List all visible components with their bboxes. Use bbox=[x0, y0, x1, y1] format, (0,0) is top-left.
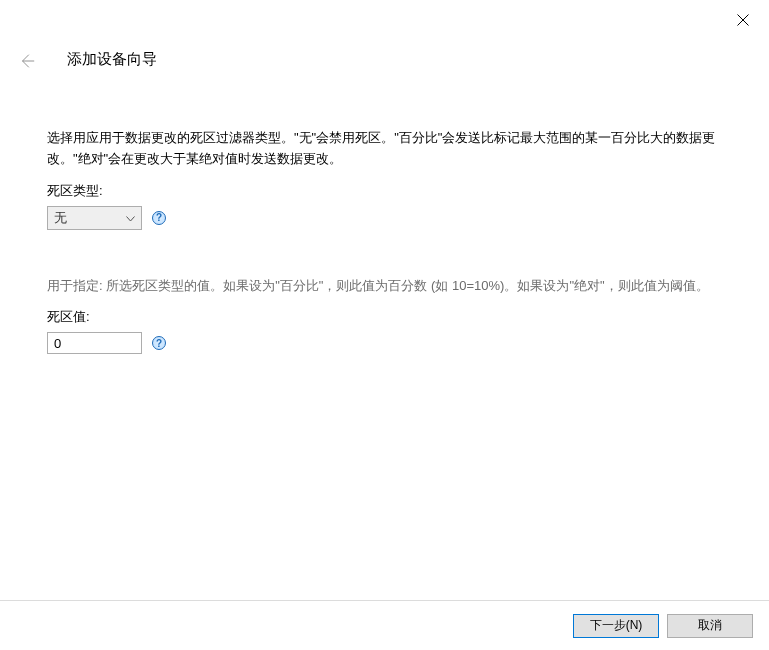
close-icon bbox=[737, 14, 749, 26]
next-button[interactable]: 下一步(N) bbox=[573, 614, 659, 638]
deadband-description: 选择用应用于数据更改的死区过滤器类型。"无"会禁用死区。"百分比"会发送比标记最… bbox=[47, 128, 722, 170]
cancel-button[interactable]: 取消 bbox=[667, 614, 753, 638]
wizard-footer: 下一步(N) 取消 bbox=[0, 600, 769, 650]
back-button[interactable] bbox=[18, 52, 36, 70]
deadband-type-label: 死区类型: bbox=[47, 182, 722, 200]
arrow-left-icon bbox=[18, 52, 36, 70]
close-button[interactable] bbox=[735, 12, 751, 28]
deadband-value-input[interactable] bbox=[47, 332, 142, 354]
wizard-title: 添加设备向导 bbox=[67, 50, 157, 69]
deadband-type-field: 死区类型: 无 ? bbox=[47, 182, 722, 230]
help-icon[interactable]: ? bbox=[152, 211, 166, 225]
deadband-value-field: 死区值: ? bbox=[47, 308, 722, 354]
content-area: 选择用应用于数据更改的死区过滤器类型。"无"会禁用死区。"百分比"会发送比标记最… bbox=[47, 128, 722, 354]
deadband-value-description: 用于指定: 所选死区类型的值。如果设为"百分比"，则此值为百分数 (如 10=1… bbox=[47, 276, 722, 297]
chevron-down-icon bbox=[126, 210, 135, 225]
deadband-value-label: 死区值: bbox=[47, 308, 722, 326]
help-icon[interactable]: ? bbox=[152, 336, 166, 350]
deadband-type-value: 无 bbox=[54, 209, 67, 227]
deadband-type-select[interactable]: 无 bbox=[47, 206, 142, 230]
